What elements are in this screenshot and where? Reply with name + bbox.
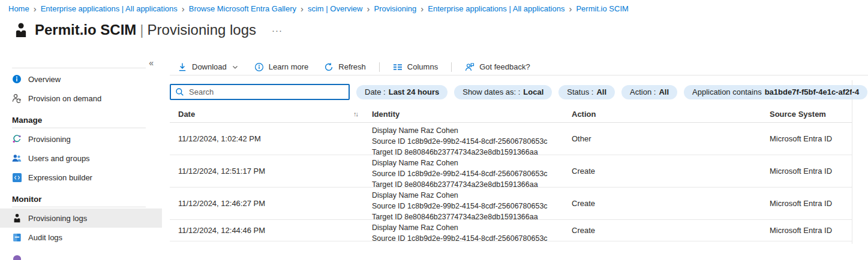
info-circle-icon (254, 62, 264, 72)
column-header-identity[interactable]: Identity (372, 110, 400, 119)
page-header: Permit.io SCIM|Provisioning logs ··· (14, 22, 283, 38)
table-row[interactable]: 11/12/2024, 12:44:46 PM Display Name Raz… (170, 220, 852, 241)
cell-source-system: Microsoft Entra ID (770, 220, 832, 241)
cell-date: 11/12/2024, 12:44:46 PM (178, 220, 265, 241)
sidebar-section-monitor: Monitor (0, 195, 162, 204)
page-title: Permit.io SCIM|Provisioning logs (35, 22, 256, 38)
breadcrumb-entra-gallery[interactable]: Browse Microsoft Entra Gallery (189, 4, 296, 13)
cell-date: 11/12/2024, 12:51:17 PM (178, 155, 265, 187)
filter-pill-label: Action : (630, 87, 656, 96)
refresh-label: Refresh (338, 62, 366, 71)
columns-icon (393, 62, 403, 72)
provision-on-demand-icon (12, 93, 22, 103)
filter-pill-show-dates-as[interactable]: Show dates as: : Local (454, 85, 552, 99)
breadcrumb-permitio-scim[interactable]: Permit.io SCIM (576, 4, 628, 13)
refresh-icon (324, 62, 334, 72)
download-button[interactable]: Download (178, 62, 239, 72)
table-header: Date ↑↓ Identity Action Source System (170, 107, 852, 123)
users-group-icon (12, 153, 22, 163)
download-icon (178, 62, 187, 72)
cell-source-system: Microsoft Entra ID (770, 123, 832, 155)
sidebar-item-provisioning[interactable]: Provisioning (0, 129, 162, 149)
provisioning-sync-icon (12, 134, 22, 144)
learn-more-button[interactable]: Learn more (254, 62, 308, 72)
breadcrumb-scim-overview[interactable]: scim | Overview (308, 4, 363, 13)
filter-pill-value: All (659, 87, 669, 96)
main-content: Download Learn more Refresh (170, 59, 868, 260)
identity-display-name: Display Name Raz Cohen (372, 125, 548, 136)
filter-bar: Date : Last 24 hours Show dates as: : Lo… (170, 84, 868, 100)
toolbar-divider (170, 75, 868, 75)
table-row[interactable]: 11/12/2024, 1:02:42 PM Display Name Raz … (170, 123, 852, 155)
cell-action: Create (572, 188, 595, 219)
breadcrumb-provisioning[interactable]: Provisioning (374, 4, 416, 13)
breadcrumb-enterprise-apps-2[interactable]: Enterprise applications | All applicatio… (428, 4, 564, 13)
sidebar-item-label: Expression builder (28, 173, 92, 182)
refresh-button[interactable]: Refresh (324, 62, 366, 72)
sidebar-divider (12, 128, 146, 128)
sidebar-item-expression-builder[interactable]: Expression builder (0, 168, 162, 187)
page-title-separator: | (136, 22, 147, 38)
filter-pill-value: Last 24 hours (389, 87, 440, 96)
columns-button[interactable]: Columns (393, 62, 438, 72)
download-label: Download (192, 62, 227, 71)
cell-date: 11/12/2024, 1:02:42 PM (178, 123, 261, 155)
identity-source-id: Source ID 1c8b9d2e-99b2-4154-8cdf-256067… (372, 168, 548, 179)
sort-icon[interactable]: ↑↓ (353, 110, 358, 117)
identity-source-id: Source ID 1c8b9d2e-99b2-4154-8cdf-256067… (372, 201, 548, 211)
sidebar-item-users-and-groups[interactable]: Users and groups (0, 149, 162, 168)
search-input[interactable] (171, 85, 349, 99)
sidebar-section-manage: Manage (0, 116, 162, 125)
cell-identity: Display Name Raz Cohen Source ID 1c8b9d2… (372, 222, 548, 244)
breadcrumb-home[interactable]: Home (8, 4, 29, 13)
filter-pill-value: Local (523, 87, 543, 96)
provisioning-logs-icon (12, 213, 22, 223)
filter-pill-action[interactable]: Action : All (621, 85, 677, 99)
info-icon (12, 74, 22, 84)
sidebar-divider (12, 68, 146, 68)
log-table: 11/12/2024, 1:02:42 PM Display Name Raz … (170, 123, 852, 241)
sidebar-item-overview[interactable]: Overview (0, 69, 162, 89)
breadcrumb-separator: › (296, 4, 308, 13)
expression-builder-icon (12, 173, 22, 182)
sidebar-item-provisioning-logs[interactable]: Provisioning logs (0, 208, 162, 228)
more-options-icon[interactable]: ··· (272, 25, 283, 35)
column-header-action[interactable]: Action (572, 110, 596, 119)
sidebar-divider (12, 207, 146, 207)
sidebar: « Overview Provision on demand Manage (0, 58, 162, 260)
filter-pill-date[interactable]: Date : Last 24 hours (356, 85, 447, 99)
cell-source-system: Microsoft Entra ID (770, 188, 832, 219)
breadcrumb-separator: › (29, 4, 41, 13)
page-title-blade-name: Provisioning logs (148, 22, 256, 38)
got-feedback-button[interactable]: Got feedback? (465, 62, 530, 72)
cell-action: Create (572, 220, 595, 241)
cell-action: Create (572, 155, 595, 187)
toolbar-separator (379, 62, 380, 72)
sidebar-item-label: Provisioning logs (28, 214, 87, 223)
sidebar-collapse-icon[interactable]: « (149, 59, 154, 67)
table-row[interactable]: 11/12/2024, 12:51:17 PM Display Name Raz… (170, 155, 852, 188)
command-bar: Download Learn more Refresh (170, 59, 868, 75)
identity-display-name: Display Name Raz Cohen (372, 222, 548, 233)
insights-icon (12, 254, 22, 260)
breadcrumb: Home › Enterprise applications | All app… (8, 4, 629, 13)
column-header-source-system[interactable]: Source System (770, 110, 826, 119)
sidebar-item-provision-on-demand[interactable]: Provision on demand (0, 89, 162, 108)
sidebar-item-label: Provisioning (28, 135, 71, 144)
chevron-down-icon (232, 64, 239, 71)
sidebar-item-audit-logs[interactable]: Audit logs (0, 228, 162, 247)
filter-pill-application[interactable]: Application contains ba1bde7f-f5bf-4e1c-… (684, 85, 867, 99)
audit-logs-icon (12, 232, 22, 242)
table-right-border (852, 80, 852, 244)
cell-date: 11/12/2024, 12:46:27 PM (178, 188, 265, 219)
cell-identity: Display Name Raz Cohen Source ID 1c8b9d2… (372, 125, 548, 158)
filter-pill-status[interactable]: Status : All (558, 85, 615, 99)
column-header-date[interactable]: Date (178, 110, 195, 119)
sidebar-item-label: Provision on demand (28, 94, 101, 103)
filter-pill-label: Application contains (692, 87, 762, 96)
sidebar-item-partial[interactable] (0, 249, 162, 260)
cell-identity: Display Name Raz Cohen Source ID 1c8b9d2… (372, 190, 548, 222)
sidebar-item-label: Overview (28, 75, 61, 84)
breadcrumb-enterprise-apps[interactable]: Enterprise applications | All applicatio… (41, 4, 178, 13)
table-row[interactable]: 11/12/2024, 12:46:27 PM Display Name Raz… (170, 188, 852, 220)
